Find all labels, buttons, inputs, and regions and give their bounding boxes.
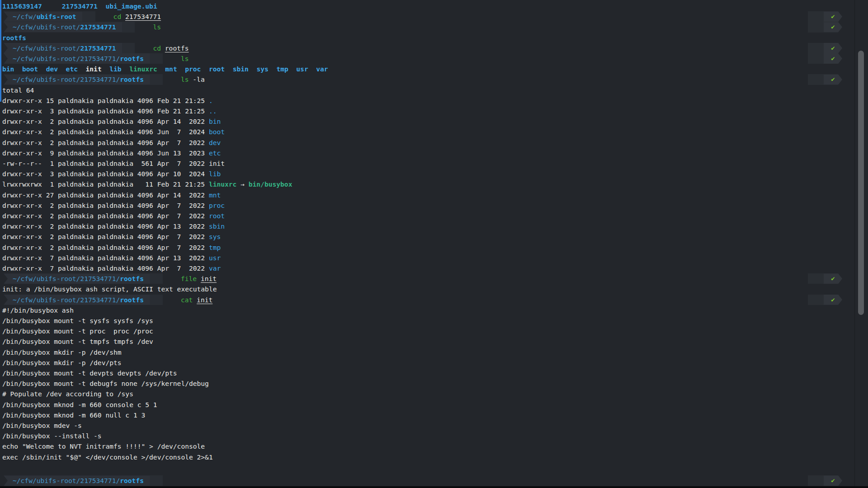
arg-space [121,11,125,22]
prompt-path-dir: rootfs [120,74,144,84]
prompt-line[interactable]: ~/cfw/ubifs-rootcd 217534771✔ [0,11,852,22]
output-text: drwxr-xr-x 9 paldnakia paldnakia 4096 Ju… [2,149,209,157]
directory-name: ubi_image.ubi [105,2,157,10]
symlink-name: bin/busybox [249,180,292,188]
output-text: drwxr-xr-x 2 paldnakia paldnakia 4096 Ap… [2,233,209,240]
directory-name: dev [46,65,58,73]
prompt-path-chip[interactable]: ~/cfw/ubifs-root/217534771/rootfs [4,295,150,305]
output-text: drwxr-xr-x 15 paldnakia paldnakia 4096 F… [2,97,209,104]
arg-space [161,43,165,53]
check-success-icon: ✔ [831,74,835,84]
terminal-output-line: init: a /bin/busybox ash script, ASCII t… [0,284,852,294]
command-status-indicator: ✔ [808,53,842,64]
prompt-path-chip[interactable]: ~/cfw/ubifs-root/217534771 [4,43,122,53]
output-text: -rw-r--r-- 1 paldnakia paldnakia 561 Apr… [2,160,209,167]
directory-name: sbin [233,65,249,73]
check-success-icon: ✔ [831,11,835,22]
status-chip-arrow: ✔ [824,273,842,284]
arg-space [193,295,197,305]
command-text[interactable]: ls -la [181,74,205,84]
terminal-output-line: lrwxrwxrwx 1 paldnakia paldnakia 11 Feb … [0,179,852,189]
prompt-path-prefix: ~/cfw/ubifs-root/217534771/ [13,295,120,305]
directory-name: bin [2,65,14,73]
prompt-path-chip[interactable]: ~/cfw/ubifs-root/217534771/rootfs [4,74,150,84]
terminal-output-line: echo "Welcome to NVT initramfs !!!!" > /… [0,441,852,451]
output-text [225,65,233,73]
command-status-indicator: ✔ [808,475,842,486]
prompt-line[interactable]: ~/cfw/ubifs-root/217534771/rootfsls✔ [0,53,852,64]
terminal-viewport: 1115639147 217534771 ubi_image.ubi~/cfw/… [0,0,868,488]
directory-name: 217534771 [62,2,98,10]
prompt-path-chip[interactable]: ~/cfw/ubifs-root/217534771/rootfs [4,273,150,284]
directory-name: boot [209,128,225,136]
prompt-line[interactable]: ~/cfw/ubifs-root/217534771ls✔ [0,22,852,32]
command-status-indicator: ✔ [808,22,842,32]
scrollbar-thumb[interactable] [858,51,864,315]
prompt-chip-segment [122,43,135,53]
prompt-path-chip[interactable]: ~/cfw/ubifs-root/217534771 [4,22,122,32]
terminal-output-line: /bin/busybox mount -t tmpfs tmpfs /dev [0,336,852,347]
prompt-path-chip[interactable]: ~/cfw/ubifs-root [4,11,83,22]
output-text: /bin/busybox --install -s [2,432,102,440]
prompt-path-dir: rootfs [120,273,144,284]
output-text: drwxr-xr-x 3 paldnakia paldnakia 4096 Fe… [2,107,209,115]
status-chip-arrow: ✔ [824,74,842,84]
status-chip-arrow: ✔ [824,43,842,53]
command-text[interactable]: cd 217534771 [113,11,161,22]
output-text: /bin/busybox mount -t tmpfs tmpfs /dev [2,338,153,345]
status-chip-arrow: ✔ [824,475,842,486]
prompt-arg: -la [193,74,204,84]
prompt-gap [163,74,181,84]
output-text: /bin/busybox mkdir -p /dev/pts [2,359,122,366]
prompt-arg: rootfs [165,43,189,53]
terminal-output-line: total 64 [0,85,852,95]
prompt-arg: 217534771 [125,11,161,22]
terminal-output-line: /bin/busybox mount -t sysfs sysfs /sys [0,315,852,326]
directory-name: var [316,65,328,73]
directory-name: rootfs [2,34,26,42]
prompt-path-chip[interactable]: ~/cfw/ubifs-root/217534771/rootfs [4,53,150,64]
status-chip-segment [808,475,824,486]
prompt-line[interactable]: ~/cfw/ubifs-root/217534771/rootfscat ini… [0,295,852,305]
command-text[interactable]: ls [153,22,161,32]
terminal-output-line: /bin/busybox mount -t debugfs none /sys/… [0,378,852,389]
output-text [14,65,22,73]
output-text: echo "Welcome to NVT initramfs !!!!" > /… [2,442,205,450]
directory-name: .. [209,107,217,115]
terminal-output-line: drwxr-xr-x 2 paldnakia paldnakia 4096 Ju… [0,127,852,137]
command-status-indicator: ✔ [808,11,842,22]
prompt-path-chip[interactable]: ~/cfw/ubifs-root/217534771/rootfs [4,475,150,486]
prompt-command: cd [153,43,161,53]
prompt-command: cd [113,11,122,22]
directory-name: sbin [209,222,225,230]
output-text: total 64 [2,86,34,94]
scrollbar-track[interactable] [854,0,855,488]
status-chip-arrow: ✔ [824,22,842,32]
command-text[interactable]: ls [181,53,189,64]
terminal-output-line: drwxr-xr-x 7 paldnakia paldnakia 4096 Ap… [0,263,852,273]
directory-name: etc [209,149,221,157]
prompt-path-prefix: ~/cfw/ubifs-root/ [13,43,80,53]
prompt-path-prefix: ~/cfw/ubifs-root/217534771/ [13,273,120,284]
output-text [58,65,66,73]
arg-space [189,74,193,84]
output-text: drwxr-xr-x 7 paldnakia paldnakia 4096 Ap… [2,264,209,272]
terminal-output-line: drwxr-xr-x 2 paldnakia paldnakia 4096 Ap… [0,221,852,231]
status-chip-arrow: ✔ [824,53,842,64]
output-text [122,65,130,73]
output-text [177,65,185,73]
directory-name: usr [296,65,308,73]
prompt-line[interactable]: ~/cfw/ubifs-root/217534771cd rootfs✔ [0,43,852,53]
command-text[interactable]: cat init [181,295,212,305]
output-text: /bin/busybox mount -t sysfs sysfs /sys [2,317,153,324]
prompt-line[interactable]: ~/cfw/ubifs-root/217534771/rootfs✔ [0,475,852,486]
command-text[interactable]: file init [181,273,217,284]
command-text[interactable]: cd rootfs [153,43,189,53]
prompt-line[interactable]: ~/cfw/ubifs-root/217534771/rootfsfile in… [0,273,852,284]
terminal-output-line: drwxr-xr-x 3 paldnakia paldnakia 4096 Ap… [0,169,852,179]
prompt-path-prefix: ~/cfw/ubifs-root/217534771/ [13,74,120,84]
directory-name: sys [209,233,221,240]
terminal-output-line: drwxr-xr-x 15 paldnakia paldnakia 4096 F… [0,95,852,106]
directory-name: dev [209,139,221,146]
prompt-line[interactable]: ~/cfw/ubifs-root/217534771/rootfsls -la✔ [0,74,852,84]
